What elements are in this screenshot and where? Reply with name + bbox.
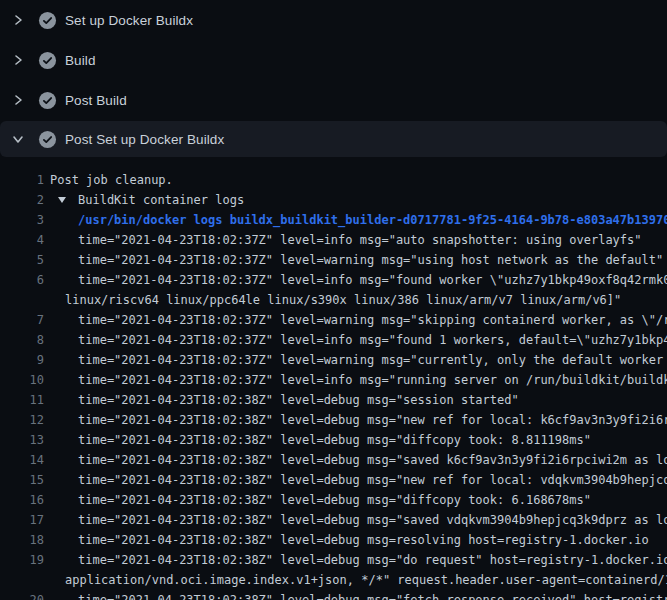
line-number[interactable]: 15 — [0, 470, 44, 490]
log-text: time="2021-04-23T18:02:37Z" level=info m… — [78, 270, 667, 290]
log-text: time="2021-04-23T18:02:38Z" level=debug … — [78, 450, 667, 470]
log-line: 8 time="2021-04-23T18:02:37Z" level=info… — [0, 330, 667, 350]
line-number[interactable]: 2 — [0, 190, 44, 210]
line-number[interactable]: 14 — [0, 450, 44, 470]
line-number[interactable]: 16 — [0, 490, 44, 510]
log-text: time="2021-04-23T18:02:37Z" level=warnin… — [78, 250, 663, 270]
log-line: 16 time="2021-04-23T18:02:38Z" level=deb… — [0, 490, 667, 510]
log-line: 20 time="2021-04-23T18:02:38Z" level=deb… — [0, 590, 667, 600]
chevron-right-icon — [12, 54, 24, 66]
line-number[interactable]: 17 — [0, 510, 44, 530]
log-line: 10 time="2021-04-23T18:02:37Z" level=inf… — [0, 370, 667, 390]
steps-panel: Set up Docker Buildx Build Post Build — [0, 0, 667, 157]
step-label: Post Set up Docker Buildx — [65, 132, 224, 147]
step-row-post-build[interactable]: Post Build — [0, 80, 667, 120]
log-line: 13 time="2021-04-23T18:02:38Z" level=deb… — [0, 430, 667, 450]
step-row-post-set-up-docker-buildx[interactable]: Post Set up Docker Buildx — [0, 121, 667, 157]
log-text: time="2021-04-23T18:02:38Z" level=debug … — [78, 470, 667, 490]
log-line: 17 time="2021-04-23T18:02:38Z" level=deb… — [0, 510, 667, 530]
step-row-build[interactable]: Build — [0, 40, 667, 80]
line-number[interactable]: 18 — [0, 530, 44, 550]
line-number[interactable]: 13 — [0, 430, 44, 450]
log-text: linux/riscv64 linux/ppc64le linux/s390x … — [65, 290, 621, 310]
line-number[interactable]: 9 — [0, 350, 44, 370]
log-text: /usr/bin/docker logs buildx_buildkit_bui… — [78, 210, 667, 230]
chevron-right-icon — [12, 14, 24, 26]
log-line: 14 time="2021-04-23T18:02:38Z" level=deb… — [0, 450, 667, 470]
line-number[interactable]: 12 — [0, 410, 44, 430]
chevron-right-icon — [12, 94, 24, 106]
caret-down-icon — [58, 197, 66, 203]
line-number[interactable] — [0, 290, 44, 310]
line-number[interactable] — [0, 570, 44, 590]
log-text: time="2021-04-23T18:02:37Z" level=info m… — [78, 330, 667, 350]
log-text: time="2021-04-23T18:02:38Z" level=debug … — [78, 410, 667, 430]
line-number[interactable]: 8 — [0, 330, 44, 350]
check-circle-icon — [38, 51, 57, 70]
log-text: time="2021-04-23T18:02:37Z" level=info m… — [78, 370, 667, 390]
line-number[interactable]: 4 — [0, 230, 44, 250]
chevron-down-icon — [12, 133, 24, 145]
line-number[interactable]: 20 — [0, 590, 44, 600]
log-line: 3 /usr/bin/docker logs buildx_buildkit_b… — [0, 210, 667, 230]
log-line: 18 time="2021-04-23T18:02:38Z" level=deb… — [0, 530, 667, 550]
line-number[interactable]: 5 — [0, 250, 44, 270]
log-line: 19 time="2021-04-23T18:02:38Z" level=deb… — [0, 550, 667, 570]
log-line: 5 time="2021-04-23T18:02:37Z" level=warn… — [0, 250, 667, 270]
log-line: 6 time="2021-04-23T18:02:37Z" level=info… — [0, 270, 667, 290]
log-panel: 1 Post job cleanup. 2 BuildKit container… — [0, 170, 667, 600]
line-number[interactable]: 11 — [0, 390, 44, 410]
check-circle-icon — [38, 130, 57, 149]
log-line: application/vnd.oci.image.index.v1+json,… — [0, 570, 667, 590]
log-text: time="2021-04-23T18:02:37Z" level=warnin… — [78, 310, 667, 330]
log-line: 12 time="2021-04-23T18:02:38Z" level=deb… — [0, 410, 667, 430]
check-circle-icon — [38, 91, 57, 110]
check-circle-icon — [38, 11, 57, 30]
line-number[interactable]: 3 — [0, 210, 44, 230]
line-number[interactable]: 6 — [0, 270, 44, 290]
step-row-set-up-docker-buildx[interactable]: Set up Docker Buildx — [0, 0, 667, 40]
log-text: Post job cleanup. — [50, 170, 173, 190]
log-text: time="2021-04-23T18:02:37Z" level=info m… — [78, 230, 642, 250]
log-line: 9 time="2021-04-23T18:02:37Z" level=warn… — [0, 350, 667, 370]
log-text: time="2021-04-23T18:02:38Z" level=debug … — [78, 390, 519, 410]
log-text: time="2021-04-23T18:02:37Z" level=warnin… — [78, 350, 667, 370]
log-line: 4 time="2021-04-23T18:02:37Z" level=info… — [0, 230, 667, 250]
log-line: 7 time="2021-04-23T18:02:37Z" level=warn… — [0, 310, 667, 330]
log-line: linux/riscv64 linux/ppc64le linux/s390x … — [0, 290, 667, 310]
log-text: time="2021-04-23T18:02:38Z" level=debug … — [78, 510, 667, 530]
log-text: time="2021-04-23T18:02:38Z" level=debug … — [78, 430, 591, 450]
log-text: time="2021-04-23T18:02:38Z" level=debug … — [78, 490, 591, 510]
line-number[interactable]: 10 — [0, 370, 44, 390]
log-text: application/vnd.oci.image.index.v1+json,… — [65, 570, 667, 590]
log-text: time="2021-04-23T18:02:38Z" level=debug … — [78, 590, 667, 600]
log-line: 1 Post job cleanup. — [0, 170, 667, 190]
line-number[interactable]: 1 — [0, 170, 44, 190]
step-label: Build — [65, 53, 96, 68]
step-label: Set up Docker Buildx — [65, 13, 193, 28]
log-line: 15 time="2021-04-23T18:02:38Z" level=deb… — [0, 470, 667, 490]
line-number[interactable]: 7 — [0, 310, 44, 330]
log-line: 11 time="2021-04-23T18:02:38Z" level=deb… — [0, 390, 667, 410]
step-label: Post Build — [65, 93, 127, 108]
line-number[interactable]: 19 — [0, 550, 44, 570]
log-text: time="2021-04-23T18:02:38Z" level=debug … — [78, 550, 667, 570]
log-text: time="2021-04-23T18:02:38Z" level=debug … — [78, 530, 649, 550]
log-text: BuildKit container logs — [78, 190, 244, 210]
log-line[interactable]: 2 BuildKit container logs — [0, 190, 667, 210]
